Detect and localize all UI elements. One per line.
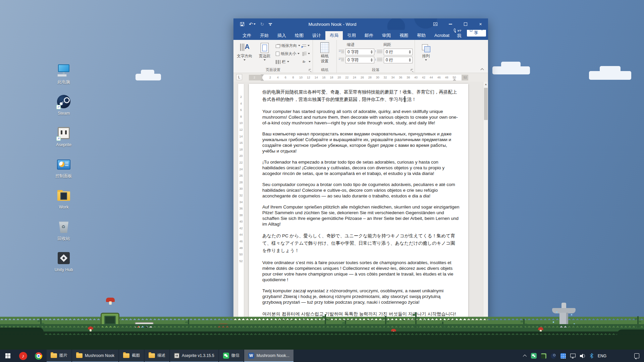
network-icon[interactable] [570, 354, 576, 357]
scrollbar-thumb[interactable] [484, 88, 488, 120]
desktop-icon-work-folder[interactable]: Work [53, 189, 74, 209]
margins-button[interactable]: 页边距 [256, 42, 274, 67]
recycle-bin-icon [56, 220, 71, 235]
spin-down[interactable] [409, 52, 411, 54]
ribbon-tab-bar: 文件开始插入绘图设计布局引用邮件审阅视图帮助Acrobat 告诉我 共享 [233, 30, 488, 40]
indent-right-field[interactable]: 0 字符 [339, 57, 374, 63]
volume-icon[interactable] [580, 354, 585, 358]
taskbar-item-mushroom-nook-folder[interactable]: Mushroom Nook [72, 350, 118, 362]
ribbon-tab[interactable]: 插入 [273, 31, 290, 40]
indent-left-field[interactable]: 0 字符 [339, 49, 374, 55]
first-line-indent-marker[interactable] [261, 74, 264, 77]
ribbon-tab[interactable]: 布局 [325, 31, 343, 40]
hyphenation-button[interactable] [302, 58, 311, 65]
document-paragraph[interactable]: Votre ordinateur s’est mis à faire pouss… [262, 260, 460, 283]
tray-app-icon[interactable] [541, 353, 546, 359]
ribbon-tab[interactable]: 绘图 [290, 31, 308, 40]
taskbar-item-wechat[interactable]: 微信 [219, 350, 244, 362]
spin-up[interactable] [409, 58, 411, 60]
hanging-indent-marker[interactable] [261, 78, 264, 81]
taskbar-netease-music[interactable]: ♪ [15, 350, 31, 362]
ribbon-tab[interactable]: Acrobat [430, 31, 454, 40]
minimize-button[interactable] [443, 18, 458, 30]
maximize-button[interactable] [458, 18, 473, 30]
columns-button[interactable]: 栏 [276, 58, 300, 65]
ruler-number: 48 [443, 75, 450, 80]
desktop-icon-recycle-bin[interactable]: 回收站 [53, 220, 74, 241]
space-after-field[interactable]: 0 行 [377, 57, 413, 63]
space-before-field[interactable]: 0 行 [377, 49, 413, 55]
spin-down[interactable] [371, 52, 373, 54]
language-indicator[interactable]: ENG [598, 354, 606, 358]
collapse-ribbon-button[interactable] [480, 68, 485, 71]
document-paragraph[interactable]: 여러분의 컴퓨터에 사랑스럽고 기발하며 독특한 능력까지 가진 버섯들이 자라… [262, 310, 460, 322]
ribbon-tab[interactable]: 开始 [256, 31, 273, 40]
ribbon-tab[interactable]: 邮件 [360, 31, 378, 40]
spin-up[interactable] [409, 50, 411, 52]
ruler-number: 14 [238, 133, 244, 140]
document-paragraph[interactable]: 你的电脑开始随机冒出各种可爱、奇趣、甚至带有独特技能的蘑菇了！收集、养育它们，再… [262, 88, 460, 103]
ribbon-tab[interactable]: 设计 [308, 31, 325, 40]
line-numbers-button[interactable] [302, 50, 311, 57]
taskbar-item-screenshots[interactable]: 截图 [119, 350, 144, 362]
ribbon: 文字方向 页边距 纸张方向 纸张大小 栏 页面设置 [233, 40, 488, 73]
breaks-button[interactable] [302, 42, 311, 49]
taskbar-item-word-active[interactable]: W Mushroom Nook... [244, 350, 293, 362]
taskbar-item-pictures[interactable]: 图片 [47, 350, 71, 362]
pixel-flower [447, 341, 449, 343]
document-page[interactable]: 你的电脑开始随机冒出各种可爱、奇趣、甚至带有独特技能的蘑菇了！收集、养育它们，再… [249, 84, 468, 322]
close-button[interactable]: × [473, 18, 488, 30]
tray-steam-icon[interactable] [551, 353, 556, 359]
document-paragraph[interactable]: Your computer has started sprouting all … [262, 109, 460, 126]
document-paragraph[interactable]: Ваш компьютер начал произрастать всеми в… [262, 131, 460, 154]
horizontal-ruler[interactable]: 2 24681012141618202224262830323436384042… [249, 75, 468, 80]
spin-down[interactable] [409, 60, 411, 62]
orientation-button[interactable]: 纸张方向 [276, 42, 300, 49]
document-paragraph[interactable]: Seu computador começou a brotar com todo… [262, 182, 460, 199]
tray-wechat-icon[interactable] [531, 353, 537, 359]
grid-paper-setup-button[interactable]: 稿纸设置 [315, 42, 334, 67]
text-direction-button[interactable]: 文字方向 [235, 42, 254, 67]
start-button[interactable] [0, 350, 15, 362]
ribbon-tab[interactable]: 文件 [238, 31, 256, 40]
ribbon-tab[interactable]: 审阅 [378, 31, 395, 40]
ribbon-tab[interactable]: 引用 [343, 31, 360, 40]
paper-size-button[interactable]: 纸张大小 [276, 50, 300, 57]
document-paragraph[interactable]: ¡Tu ordenador ha empezado a brotar todo … [262, 159, 460, 176]
vertical-scrollbar[interactable]: ▲ ▼ [483, 82, 488, 322]
paragraph-group: 缩进 间距 0 字符 0 行 [337, 40, 415, 73]
desktop-icon-steam[interactable]: ↗ Steam [53, 95, 74, 116]
scroll-up-button[interactable]: ▲ [483, 82, 488, 87]
document-paragraph[interactable]: Twój komputer zaczął wyrastać z różnorod… [262, 288, 460, 305]
taskbar-item-aseprite[interactable]: Aseprite v1.3.15.5 [170, 350, 218, 362]
tray-expand-chevron-icon[interactable] [523, 354, 527, 358]
tab-stop-selector[interactable]: L [236, 74, 242, 80]
taskbar-chrome[interactable] [31, 350, 46, 362]
tray-ime-grid-icon[interactable] [560, 353, 566, 359]
document-paragraph[interactable]: Auf Ihrem Computer sprießen plötzlich al… [262, 204, 460, 227]
spin-up[interactable] [371, 50, 373, 52]
paragraph-dialog-launcher[interactable] [411, 69, 414, 72]
spin-down[interactable] [371, 60, 373, 62]
bluetooth-icon[interactable] [590, 353, 593, 358]
ruler-number: 12 [238, 127, 244, 133]
desktop-icon-aseprite[interactable]: ↗ Aseprite [53, 126, 74, 147]
pixel-camera [135, 322, 154, 335]
page-setup-dialog-launcher[interactable] [309, 69, 312, 72]
scroll-down-button[interactable]: ▼ [483, 317, 488, 322]
spin-up[interactable] [371, 58, 373, 60]
vertical-ruler[interactable]: 2468101214161820222426283032343638404244… [238, 84, 244, 322]
desktop-icon-control-panel[interactable]: 控制面板 [53, 158, 74, 178]
ribbon-tab[interactable]: 视图 [395, 31, 413, 40]
action-center-icon[interactable] [634, 353, 639, 358]
document-paragraph[interactable]: あなたの PC から、愛らしく、奇妙で、ユニークな能力を持つキノコが生えてくる！… [262, 232, 460, 254]
taskbar-item-description[interactable]: 描述 [145, 350, 169, 362]
desktop-icon-this-pc[interactable]: 此电脑 [53, 64, 74, 84]
right-indent-marker[interactable] [453, 78, 456, 81]
title-bar[interactable]: ↶ ↻ Mushroom Nook - Word × [233, 18, 488, 30]
arrange-button[interactable]: 排列 [417, 42, 435, 67]
group-label: 段落 [337, 67, 415, 72]
ribbon-tab[interactable]: 帮助 [413, 31, 430, 40]
desktop-icon-unity-hub[interactable]: Unity Hub [53, 251, 74, 272]
ribbon-display-options-button[interactable] [428, 18, 443, 30]
